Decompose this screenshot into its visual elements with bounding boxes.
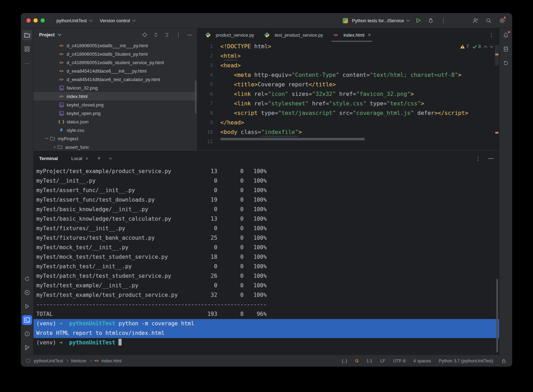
run-config-icon <box>343 18 348 23</box>
sync-tool-button[interactable] <box>22 274 32 284</box>
terminal-tool-button[interactable] <box>22 315 32 325</box>
tree-item-myProject[interactable]: myProject <box>33 134 197 143</box>
chevron-right-icon[interactable] <box>51 146 57 148</box>
tree-item-keybd_closed.png[interactable]: keybd_closed.png <box>33 100 197 109</box>
code-area[interactable]: 1<!DOCTYPE html>2<html>3<head>4 <meta ht… <box>197 42 499 146</box>
warnings-count[interactable]: 7 <box>460 44 469 49</box>
hide-project-panel-button[interactable]: — <box>186 32 193 38</box>
next-problem-icon[interactable] <box>490 44 494 48</box>
version-control-menu[interactable]: Version control <box>97 16 139 25</box>
encoding-widget[interactable]: UTF-8 <box>393 359 405 363</box>
chevron-down-icon[interactable] <box>44 139 49 139</box>
hide-terminal-button[interactable]: — <box>488 155 494 161</box>
run-config-selector[interactable]: Python tests for...tService <box>351 16 410 25</box>
terminal-line: (venv) ➜ pythonUnitTest python -m covera… <box>33 319 499 329</box>
terminal-header-right: ⋮ — <box>475 155 494 162</box>
more-run-actions-button[interactable]: ⋮ <box>439 16 448 25</box>
locate-file-button[interactable] <box>141 32 148 38</box>
line-ending-widget[interactable]: LF <box>380 359 386 363</box>
collapse-all-button[interactable] <box>164 32 170 38</box>
services-tool-button[interactable] <box>22 288 32 298</box>
code-style-widget[interactable]: {..} <box>342 359 347 363</box>
zoom-window-button[interactable] <box>41 18 45 23</box>
breadcrumb-file[interactable]: index.html <box>102 359 122 363</box>
code-line-5: 5 <title>Coverage report</title> <box>197 80 499 89</box>
prompt-arrow: ➜ <box>59 339 62 346</box>
terminal-options-button[interactable]: ⋮ <box>475 155 481 162</box>
tree-item-d_c4189060051eda8b___init___py.html[interactable]: <>d_c4189060051eda8b___init___py.html <box>33 41 197 50</box>
terminal-output[interactable]: myProject/test_example/product_service.p… <box>33 166 499 355</box>
project-scrollbar[interactable] <box>195 80 196 114</box>
coverage-tool-button[interactable] <box>501 58 511 68</box>
minimize-window-button[interactable] <box>33 18 38 23</box>
chevron-down-icon[interactable] <box>58 32 61 36</box>
run-tool-button[interactable] <box>22 301 32 311</box>
code-text: <html> <box>213 51 241 61</box>
editor-tab-index.html[interactable]: <>index.html× <box>328 28 375 42</box>
project-tree[interactable]: <>d_c4189060051eda8b___init___py.html<>d… <box>33 41 197 150</box>
warning-mark[interactable] <box>495 132 498 134</box>
add-user-icon[interactable] <box>471 16 480 25</box>
horizontal-scrollbar-track[interactable] <box>213 138 494 140</box>
tree-item-label: index.html <box>67 94 87 99</box>
new-terminal-button[interactable]: + <box>97 155 101 162</box>
notifications-bell-icon[interactable] <box>501 30 511 40</box>
tree-item-assert_func[interactable]: assert_func <box>33 143 197 150</box>
tree-item-status.json[interactable]: { }status.json <box>33 117 197 126</box>
breadcrumb-folder[interactable]: htmlcov <box>71 359 86 363</box>
line-number: 8 <box>197 108 213 118</box>
run-widget: Python tests for...tService ⋮ <box>343 16 448 25</box>
editor-tab-product_service.py[interactable]: product_service.py <box>200 28 259 42</box>
debug-button[interactable] <box>426 16 435 25</box>
error-stripe[interactable] <box>495 42 499 150</box>
python-interpreter-widget[interactable]: Python 3.7 (pythonUnitTest) <box>439 359 493 363</box>
project-options-button[interactable]: ⋮ <box>175 32 182 38</box>
more-tool-windows-button[interactable]: ··· <box>22 58 32 68</box>
window-controls <box>26 18 45 23</box>
project-tool-button[interactable] <box>22 30 32 40</box>
search-icon[interactable] <box>484 16 493 25</box>
tree-item-d_eea845414dfdace6___init___py.html[interactable]: <>d_eea845414dfdace6___init___py.html <box>33 67 197 75</box>
indent-widget[interactable]: 4 spaces <box>413 359 431 363</box>
database-tool-button[interactable] <box>501 44 511 54</box>
right-tool-stripe <box>499 28 512 355</box>
html-file-icon: <> <box>59 52 64 56</box>
inspections-widget[interactable]: 7 8 <box>460 44 493 49</box>
close-tab-icon[interactable]: × <box>368 32 371 37</box>
terminal-scrollbar[interactable] <box>496 279 498 352</box>
tab-label: test_product_service.py <box>275 32 323 38</box>
tree-item-d_c4189060051eda8b_Student_py.html[interactable]: <>d_c4189060051eda8b_Student_py.html <box>33 50 197 58</box>
tree-item-d_eea845414dfdace6_test_calculator_py.html[interactable]: <>d_eea845414dfdace6_test_calculator_py.… <box>33 75 197 84</box>
json-file-icon: { } <box>59 120 64 124</box>
terminal-dropdown-icon[interactable] <box>109 158 112 159</box>
typos-count[interactable]: 8 <box>472 44 481 49</box>
tree-item-index.html[interactable]: <>index.html <box>33 92 197 100</box>
project-menu[interactable]: pythonUnitTest <box>53 16 95 25</box>
code-line-3: 3<head> <box>197 61 499 70</box>
problems-tool-button[interactable] <box>22 329 32 339</box>
settings-gear-icon[interactable] <box>497 16 507 25</box>
previous-problem-icon[interactable] <box>484 45 488 49</box>
git-branch-icon[interactable] <box>22 343 32 353</box>
tree-item-keybd_open.png[interactable]: keybd_open.png <box>33 109 197 117</box>
folder-file-icon <box>57 145 63 149</box>
close-terminal-tab-icon[interactable]: × <box>85 156 88 161</box>
error-stripe-thumb[interactable] <box>495 45 499 66</box>
grazie-icon[interactable]: G <box>355 358 359 363</box>
breadcrumb-project[interactable]: pythonUnitTest <box>34 359 63 363</box>
structure-tool-button[interactable] <box>22 44 32 54</box>
expand-all-button[interactable] <box>153 32 159 38</box>
terminal-tab-local[interactable]: Local × <box>70 151 90 166</box>
tree-item-d_c4189060051eda8b_student_service_py.html[interactable]: <>d_c4189060051eda8b_student_service_py.… <box>33 58 197 67</box>
horizontal-scrollbar[interactable] <box>220 138 365 140</box>
tree-item-style.css[interactable]: #style.css <box>33 126 197 134</box>
tree-item-favicon_32.png[interactable]: favicon_32.png <box>33 84 197 92</box>
editor-tabs-options-button[interactable]: ⋮ <box>489 32 494 38</box>
caret-position-widget[interactable]: 1:1 <box>366 359 372 363</box>
lock-icon[interactable] <box>501 358 507 364</box>
warning-mark[interactable] <box>495 54 498 55</box>
close-window-button[interactable] <box>26 18 31 23</box>
run-button[interactable] <box>413 16 423 25</box>
editor-tab-test_product_service.py[interactable]: test_product_service.py <box>259 28 328 42</box>
tree-item-label: keybd_open.png <box>67 111 100 116</box>
